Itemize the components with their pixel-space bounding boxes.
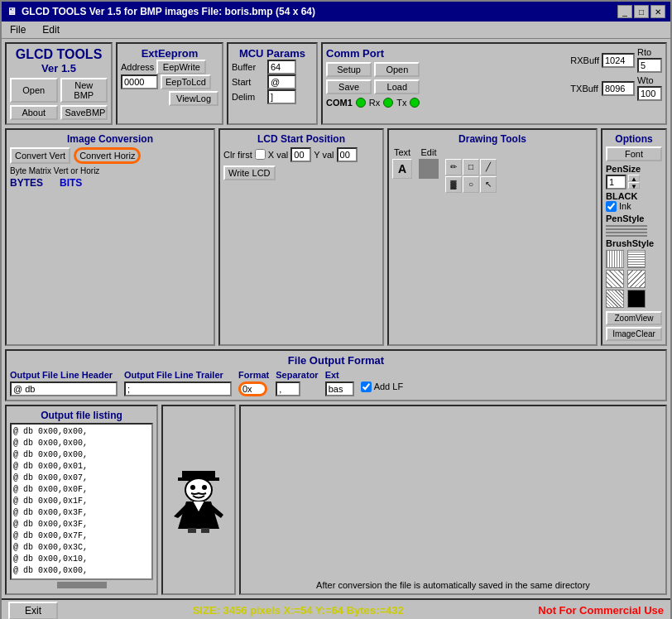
- tool-rect[interactable]: □: [463, 159, 479, 175]
- font-button[interactable]: Font: [606, 146, 662, 161]
- save-bmp-button[interactable]: SaveBMP: [60, 105, 108, 120]
- header-label: Output File Line Header: [10, 370, 118, 380]
- format-input[interactable]: [238, 381, 267, 396]
- txbuff-label: TXBuff: [570, 84, 599, 94]
- listing-line-4: @ db 0x00,0x07,: [13, 473, 150, 484]
- zoom-view-button[interactable]: ZoomView: [606, 311, 662, 325]
- pen-size-input[interactable]: [606, 175, 626, 190]
- lcd-start-title: LCD Start Position: [223, 133, 379, 145]
- tool-pencil[interactable]: ✏: [445, 159, 462, 175]
- tool-circle[interactable]: ○: [463, 176, 479, 193]
- com1-led: [356, 98, 366, 108]
- add-lf-label: Add LF: [374, 381, 403, 391]
- ext-input[interactable]: [325, 381, 354, 396]
- close-button[interactable]: ✕: [650, 5, 665, 18]
- options-panel: Options Font PenSize ▲ ▼ BLACK Ink PenSt…: [601, 128, 667, 346]
- svg-rect-0: [182, 471, 215, 477]
- brush-hatch5[interactable]: [606, 290, 624, 308]
- rto-input[interactable]: [637, 58, 662, 73]
- rto-label: Rto: [637, 47, 662, 57]
- byte-matrix-label: Byte Matrix Vert or Horiz: [10, 166, 210, 175]
- penstyle-dash[interactable]: [606, 228, 647, 230]
- header-input[interactable]: [10, 381, 118, 396]
- clr-first-checkbox[interactable]: [255, 149, 266, 160]
- address-row: Address EepWrite: [121, 60, 218, 74]
- edit-label: Edit: [421, 147, 437, 157]
- comm-save-button[interactable]: Save: [326, 79, 372, 94]
- image-clear-button[interactable]: ImageClear: [606, 327, 662, 341]
- brush-hatch2[interactable]: [627, 250, 646, 268]
- eep-write-button[interactable]: EepWrite: [156, 60, 206, 74]
- listing-content: @ db 0x00,0x00, @ db 0x00,0x00, @ db 0x0…: [10, 423, 153, 580]
- write-lcd-button[interactable]: Write LCD: [223, 166, 276, 180]
- brush-hatch3[interactable]: [606, 270, 624, 288]
- middle-section: Image Conversion Convert Vert Convert Ho…: [5, 128, 667, 346]
- image-preview-panel: [161, 405, 236, 595]
- wto-input[interactable]: [637, 86, 662, 101]
- delim-input[interactable]: [267, 89, 296, 104]
- tool-cursor[interactable]: ↖: [480, 176, 497, 193]
- mcu-params-panel: MCU Params Buffer Start Delim: [227, 42, 318, 125]
- address-input[interactable]: [121, 74, 158, 89]
- add-lf-checkbox[interactable]: [361, 381, 372, 392]
- delim-row: Delim: [232, 89, 313, 104]
- pen-size-up[interactable]: ▲: [628, 175, 640, 181]
- y-val-input[interactable]: [337, 147, 358, 162]
- about-button[interactable]: About: [10, 105, 58, 120]
- minimize-button[interactable]: _: [617, 5, 632, 18]
- listing-line-3: @ db 0x00,0x01,: [13, 461, 150, 473]
- trailer-input[interactable]: [124, 381, 232, 396]
- glcd-panel: GLCD TOOLS Ver 1.5 Open New BMP About Sa…: [5, 42, 113, 125]
- rxbuff-input[interactable]: [602, 53, 635, 68]
- load-button[interactable]: Load: [374, 79, 420, 94]
- x-val-input[interactable]: [290, 147, 311, 162]
- info-text: After conversion the file is automatical…: [316, 580, 590, 590]
- brush-hatch4[interactable]: [627, 270, 646, 288]
- listing-line-5: @ db 0x00,0x0F,: [13, 484, 150, 496]
- penstyle-dashdot[interactable]: [606, 235, 647, 237]
- listing-line-8: @ db 0x00,0x3F,: [13, 519, 150, 530]
- setup-button[interactable]: Setup: [326, 62, 372, 77]
- pen-size-down[interactable]: ▼: [628, 182, 640, 189]
- open-button[interactable]: Open: [10, 78, 58, 103]
- ext-col: Ext: [325, 370, 354, 396]
- view-log-button[interactable]: ViewLog: [169, 91, 218, 106]
- scrollbar-thumb[interactable]: [57, 582, 107, 588]
- ink-checkbox[interactable]: [606, 201, 617, 212]
- format-col: Format: [238, 370, 269, 396]
- penstyle-dot[interactable]: [606, 232, 647, 233]
- brush-solid-black[interactable]: [627, 290, 646, 308]
- delim-label: Delim: [232, 92, 265, 102]
- separator-input[interactable]: [276, 381, 300, 396]
- eep-to-lcd-button[interactable]: EepToLcd: [161, 74, 211, 89]
- buffer-input[interactable]: [267, 60, 296, 74]
- text-label: Text: [394, 147, 410, 157]
- menu-file[interactable]: File: [5, 23, 31, 36]
- tx-led: [410, 98, 420, 108]
- rx-label: Rx: [369, 98, 380, 108]
- y-val-label: Y val: [314, 150, 334, 160]
- maximize-button[interactable]: □: [634, 5, 649, 18]
- exit-button[interactable]: Exit: [8, 602, 58, 619]
- edit-tool-display: [419, 159, 439, 179]
- svg-rect-5: [188, 528, 196, 533]
- txbuff-input[interactable]: [602, 81, 635, 96]
- new-bmp-button[interactable]: New BMP: [60, 78, 108, 103]
- penstyle-solid[interactable]: [606, 225, 647, 227]
- convert-horiz-button[interactable]: Convert Horiz: [74, 147, 141, 164]
- start-input[interactable]: [267, 74, 296, 89]
- svg-point-4: [202, 485, 207, 490]
- listing-line-12: @ db 0x00,0x00,: [13, 565, 150, 577]
- text-tool-button[interactable]: A: [392, 159, 412, 179]
- watermark: Not For Commercial Use: [538, 604, 664, 617]
- title-bar: 🖥 GLCD TOOLS Ver 1.5 for BMP images File…: [2, 2, 670, 22]
- convert-vert-button[interactable]: Convert Vert: [10, 147, 70, 164]
- comm-open-button[interactable]: Open: [374, 62, 420, 77]
- tool-fill[interactable]: ▓: [445, 176, 462, 193]
- top-section: GLCD TOOLS Ver 1.5 Open New BMP About Sa…: [5, 42, 667, 125]
- tool-line[interactable]: ╱: [480, 159, 497, 175]
- menu-edit[interactable]: Edit: [37, 23, 65, 36]
- main-canvas-area: After conversion the file is automatical…: [239, 405, 667, 595]
- mcu-title: MCU Params: [232, 47, 313, 60]
- brush-hatch1[interactable]: [606, 250, 624, 268]
